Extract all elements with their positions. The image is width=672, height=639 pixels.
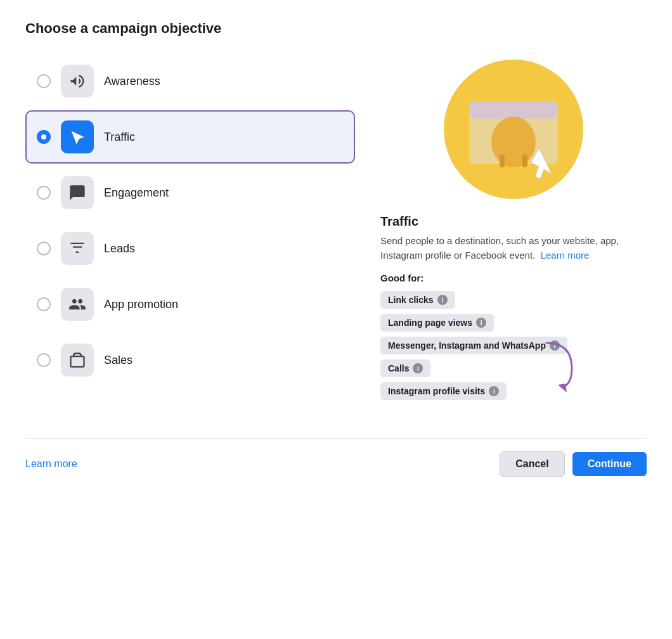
cursor-icon (68, 128, 86, 146)
people-icon (68, 295, 86, 313)
detail-learn-more-link[interactable]: Learn more (541, 250, 590, 261)
objective-app-promotion[interactable]: App promotion (25, 278, 355, 331)
cancel-button[interactable]: Cancel (500, 451, 564, 477)
info-icon-calls[interactable]: i (413, 363, 423, 373)
engagement-icon-box (61, 176, 94, 209)
svg-rect-1 (469, 101, 558, 119)
objective-awareness[interactable]: Awareness (25, 55, 355, 108)
footer: Learn more Cancel Continue (25, 438, 647, 477)
tag-link-clicks: Link clicks i (380, 291, 455, 309)
svg-rect-4 (522, 155, 527, 167)
sales-label: Sales (104, 354, 132, 367)
radio-traffic[interactable] (37, 130, 51, 144)
footer-buttons: Cancel Continue (500, 451, 647, 477)
info-icon-landing-page-views[interactable]: i (476, 318, 486, 328)
detail-panel: Traffic Send people to a destination, su… (380, 55, 647, 400)
radio-sales[interactable] (37, 353, 51, 367)
detail-description: Send people to a destination, such as yo… (380, 234, 647, 262)
footer-learn-more-link[interactable]: Learn more (25, 458, 77, 470)
info-icon-link-clicks[interactable]: i (437, 295, 448, 305)
briefcase-icon (68, 351, 86, 369)
tag-messenger-instagram-whatsapp: Messenger, Instagram and WhatsApp i (380, 337, 567, 354)
info-icon-instagram-profile-visits[interactable]: i (489, 386, 499, 396)
objectives-list: Awareness Traffic Engagement (25, 55, 355, 389)
objective-leads[interactable]: Leads (25, 222, 355, 275)
continue-button[interactable]: Continue (572, 452, 647, 476)
tag-instagram-profile-visits: Instagram profile visits i (380, 382, 507, 400)
engagement-label: Engagement (104, 186, 169, 200)
traffic-svg-illustration (450, 66, 577, 193)
objective-sales[interactable]: Sales (25, 333, 355, 387)
leads-icon-box (61, 232, 94, 265)
tag-calls: Calls i (380, 359, 430, 377)
radio-awareness[interactable] (37, 74, 51, 88)
traffic-icon-box (61, 120, 94, 153)
funnel-icon (68, 240, 86, 257)
tag-landing-page-views: Landing page views i (380, 314, 494, 332)
megaphone-icon (68, 72, 86, 90)
tags-list: Link clicks i Landing page views i Messe… (380, 291, 647, 400)
radio-app-promotion[interactable] (37, 297, 51, 311)
objective-traffic[interactable]: Traffic (25, 110, 355, 164)
radio-engagement[interactable] (37, 186, 51, 200)
main-layout: Awareness Traffic Engagement (25, 55, 647, 400)
objective-engagement[interactable]: Engagement (25, 166, 355, 219)
detail-title: Traffic (380, 214, 647, 229)
app-promotion-icon-box (61, 288, 94, 321)
chat-icon (68, 184, 86, 202)
good-for-label: Good for: (380, 273, 647, 283)
svg-rect-3 (500, 155, 505, 167)
page-title: Choose a campaign objective (25, 20, 647, 37)
svg-point-2 (491, 117, 536, 167)
info-icon-messenger[interactable]: i (550, 340, 560, 351)
awareness-icon-box (61, 65, 94, 98)
leads-label: Leads (104, 242, 135, 255)
app-promotion-label: App promotion (104, 298, 178, 311)
awareness-label: Awareness (104, 75, 160, 88)
radio-leads[interactable] (37, 242, 51, 255)
sales-icon-box (61, 344, 94, 377)
traffic-label: Traffic (104, 131, 135, 144)
traffic-illustration (444, 60, 583, 199)
